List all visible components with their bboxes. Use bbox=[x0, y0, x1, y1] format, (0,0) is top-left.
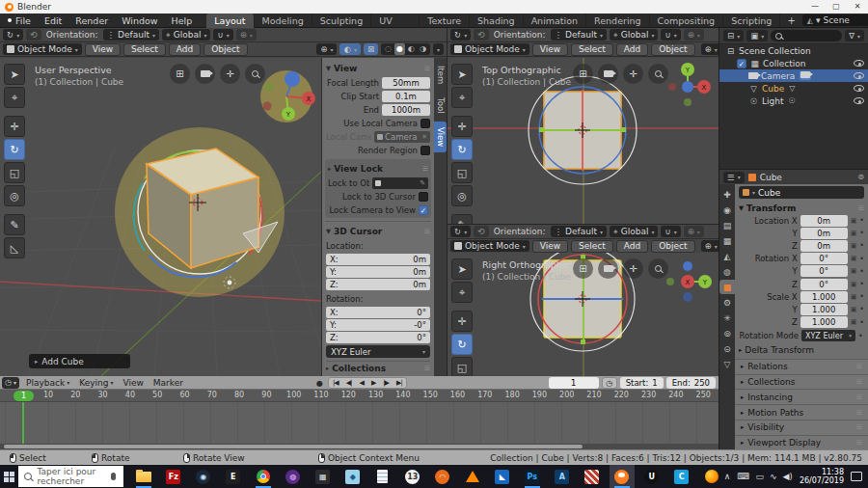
taskbar-app-calculator[interactable]: ▦ bbox=[311, 465, 336, 488]
drag-handle-icon[interactable]: ☰ bbox=[858, 204, 864, 212]
snap-dropdown[interactable]: ∪▾ bbox=[661, 29, 680, 41]
properties-tab-modifiers[interactable]: ⚙ bbox=[719, 295, 735, 310]
cursor-loc-z[interactable]: Z:0m bbox=[326, 279, 430, 290]
taskbar-app-app-blue-triangle[interactable]: ◣ bbox=[490, 465, 515, 488]
cursor-rot-y[interactable]: Y:-0° bbox=[326, 319, 430, 331]
timeline-tracks[interactable] bbox=[0, 402, 719, 444]
active-tool-dropdown[interactable]: ↻▾ bbox=[450, 226, 471, 237]
cursor-panel-header[interactable]: ▼ 3D Cursor ☰ bbox=[326, 225, 430, 237]
workspace-tab-compositing[interactable]: Compositing bbox=[650, 14, 724, 28]
taskbar-app-epic-games[interactable]: E bbox=[221, 465, 246, 488]
taskbar-app-app-purple[interactable]: ◍ bbox=[281, 465, 306, 488]
microphone-icon[interactable] bbox=[111, 473, 116, 480]
prev-keyframe-button[interactable]: ◀| bbox=[342, 379, 356, 387]
pan-view-button[interactable]: ✛ bbox=[623, 258, 643, 279]
auto-keying-button[interactable]: ◷ bbox=[602, 377, 617, 389]
decorator-icon[interactable]: ▣ bbox=[851, 242, 857, 250]
taskbar-search-input[interactable]: Taper ici pour rechercher bbox=[18, 466, 122, 487]
field-value[interactable]: 0m bbox=[800, 240, 848, 252]
workspace-tab-sculpting[interactable]: Sculpting bbox=[312, 14, 371, 28]
tool-cursor[interactable]: ⌖ bbox=[4, 87, 25, 108]
panel-instancing[interactable]: ▸Instancing☰ bbox=[735, 389, 868, 404]
filter-dropdown[interactable]: ∇▾ bbox=[845, 30, 864, 41]
decorator-icon[interactable]: ▣ bbox=[851, 217, 857, 225]
pivot-point-dropdown[interactable]: ⌖Global▾ bbox=[162, 29, 211, 41]
field-value[interactable]: 1.000 bbox=[800, 291, 848, 303]
jump-to-start-button[interactable]: |◀ bbox=[329, 379, 342, 387]
tool-cursor[interactable]: ⌖ bbox=[451, 282, 473, 303]
taskbar-app-photoshop[interactable]: Ps bbox=[520, 465, 545, 488]
ortho-toggle-button[interactable]: ⊞ bbox=[170, 64, 190, 84]
viewport-menu-add[interactable]: Add bbox=[169, 43, 201, 56]
properties-tab-world[interactable]: ◍ bbox=[719, 264, 735, 279]
object-name-field[interactable]: ▾ Cube bbox=[739, 186, 864, 199]
tool-measure[interactable]: ◺ bbox=[4, 237, 25, 258]
taskbar-app-app-red-stripes[interactable] bbox=[580, 465, 605, 488]
outliner-item-collection[interactable]: ✓▦Collection bbox=[719, 57, 868, 69]
decorator-icon[interactable]: ▣ bbox=[851, 281, 857, 288]
mode-dropdown[interactable]: Object Mode▾ bbox=[450, 240, 529, 252]
current-frame-field[interactable]: 1 bbox=[549, 377, 599, 389]
viewport-menu-add[interactable]: Add bbox=[616, 240, 648, 253]
scrollbar-thumb[interactable] bbox=[4, 445, 583, 448]
active-tool-dropdown[interactable]: ↻▾ bbox=[450, 29, 471, 41]
panel-viewport-display[interactable]: ▸Viewport Display☰ bbox=[735, 435, 868, 449]
outliner-item-scene-collection[interactable]: ⊟Scene Collection bbox=[719, 44, 868, 57]
drag-handle-icon[interactable]: ☰ bbox=[422, 165, 428, 173]
field-value[interactable]: 1.000 bbox=[800, 304, 848, 315]
taskbar-app-filezilla[interactable]: Fz bbox=[161, 465, 186, 488]
panel-relations[interactable]: ▸Relations☰ bbox=[735, 359, 868, 374]
tool-move[interactable]: ✛ bbox=[451, 311, 473, 332]
start-button[interactable] bbox=[0, 465, 18, 488]
timeline-ruler[interactable]: 1 10203040506070809010011012013014015016… bbox=[0, 390, 719, 402]
workspace-tab-shading[interactable]: Shading bbox=[470, 14, 524, 28]
viewport-menu-add[interactable]: Add bbox=[616, 43, 648, 56]
properties-tab-particles[interactable]: ✳ bbox=[719, 311, 735, 325]
visibility-eye-icon[interactable] bbox=[854, 85, 864, 92]
orientation-sync-icon[interactable]: ⟲ bbox=[474, 226, 489, 237]
shading-material-button[interactable]: ◐ bbox=[406, 43, 417, 55]
cursor-loc-y[interactable]: Y:0m bbox=[326, 266, 430, 278]
tool-select-box[interactable]: ➤ bbox=[4, 64, 25, 85]
camera-view-button[interactable] bbox=[195, 64, 215, 84]
decorator-icon[interactable]: ▣ bbox=[851, 318, 857, 326]
transform-panel-header[interactable]: ▼ Transform ☰ bbox=[739, 202, 864, 214]
panel-collections[interactable]: ▸Collections☰ bbox=[326, 361, 430, 373]
shading-rendered-button[interactable]: ◑ bbox=[418, 43, 428, 55]
field-value[interactable]: 0° bbox=[800, 265, 848, 277]
animate-decorator[interactable]: • bbox=[859, 216, 864, 225]
navigation-gizmo[interactable]: Y X bbox=[668, 63, 711, 106]
properties-tab-render[interactable]: ◉ bbox=[719, 203, 735, 217]
play-button[interactable]: ▶ bbox=[367, 379, 379, 387]
zoom-view-button[interactable] bbox=[648, 64, 668, 84]
record-button[interactable]: ● bbox=[313, 379, 326, 388]
workspace-tab-scripting[interactable]: Scripting bbox=[723, 14, 780, 28]
workspace-tab-rendering[interactable]: Rendering bbox=[586, 14, 650, 28]
field-value[interactable]: 1.000 bbox=[800, 316, 848, 328]
animate-decorator[interactable]: • bbox=[858, 332, 863, 340]
scene-selector[interactable]: ◭ ▾ Scene bbox=[802, 14, 868, 26]
ortho-toggle-button[interactable]: ⊞ bbox=[573, 258, 593, 279]
workspace-tab-texture-paint[interactable]: Texture Paint bbox=[420, 14, 470, 28]
decorator-icon[interactable]: ▣ bbox=[851, 230, 857, 237]
sidebar-tab-view[interactable]: View bbox=[434, 122, 447, 152]
decorator-icon[interactable]: ▣ bbox=[851, 267, 857, 275]
editor-type-dropdown[interactable]: ◷▾ bbox=[2, 377, 19, 389]
use-local-camera-checkbox[interactable] bbox=[420, 119, 430, 128]
cursor-rotation-mode-dropdown[interactable]: XYZ Euler ▾ bbox=[326, 345, 430, 358]
drag-handle-icon[interactable]: ☰ bbox=[856, 439, 862, 447]
transform-orientation-dropdown[interactable]: ⋮Default▾ bbox=[103, 29, 159, 41]
play-reverse-button[interactable]: ◀ bbox=[355, 379, 366, 387]
panel-motion-paths[interactable]: ▸Motion Paths☰ bbox=[735, 404, 868, 420]
drag-handle-icon[interactable]: ☰ bbox=[856, 423, 862, 431]
decorator-icon[interactable]: ▣ bbox=[851, 255, 857, 262]
field-value[interactable]: 0m bbox=[800, 215, 848, 227]
outliner-item-light[interactable]: ☉Light☉ bbox=[719, 95, 868, 107]
lock-camera-checkbox[interactable]: ✓ bbox=[419, 205, 428, 215]
shading-wireframe-button[interactable]: ◌ bbox=[383, 43, 393, 55]
menu-file[interactable]: File bbox=[9, 14, 38, 28]
tool-rotate[interactable]: ↻ bbox=[451, 139, 473, 160]
taskbar-app-file-explorer[interactable] bbox=[131, 465, 156, 488]
overlays-dropdown[interactable]: ◐▾ bbox=[339, 43, 360, 55]
drag-handle-icon[interactable]: ☰ bbox=[856, 393, 862, 401]
